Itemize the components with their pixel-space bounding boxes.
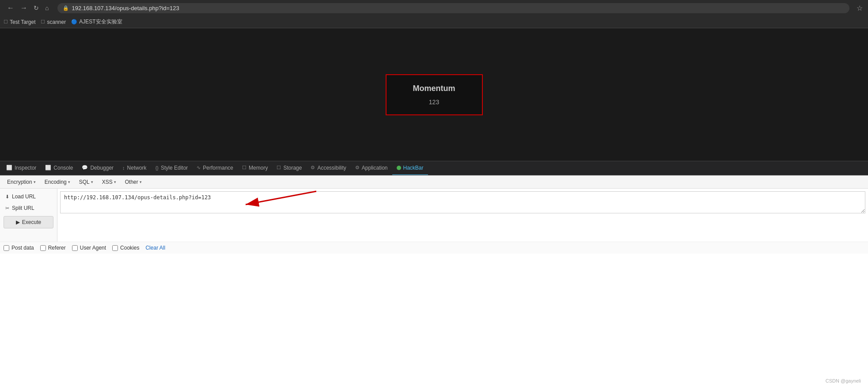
- other-menu-button[interactable]: Other ▾: [121, 178, 145, 186]
- tab-console[interactable]: ⬜ Console: [41, 161, 77, 175]
- load-url-button[interactable]: ⬇ Load URL: [2, 191, 55, 202]
- tab-network-label: Network: [127, 165, 147, 171]
- encryption-menu-label: Encryption: [7, 179, 32, 185]
- other-menu-label: Other: [125, 179, 138, 185]
- console-icon: ⬜: [45, 165, 51, 171]
- clear-all-link[interactable]: Clear All: [145, 245, 165, 251]
- network-icon: ↕: [122, 165, 125, 171]
- tab-hackbar[interactable]: HackBar: [392, 161, 428, 175]
- address-bar-container: 🔒: [57, 3, 849, 13]
- hackbar-toolbar: Encryption ▾ Encoding ▾ SQL ▾ XSS ▾ Othe…: [0, 176, 868, 189]
- tab-memory-label: Memory: [249, 165, 268, 171]
- tab-application-label: Application: [362, 165, 388, 171]
- tab-memory[interactable]: ☐ Memory: [238, 161, 272, 175]
- accessibility-icon: ⚙: [311, 165, 315, 171]
- hackbar-options: Post data Referer User Agent Cookies Cle…: [0, 242, 868, 254]
- split-url-icon: ✂: [5, 205, 9, 211]
- tab-hackbar-label: HackBar: [403, 165, 424, 171]
- referer-checkbox[interactable]: [40, 245, 46, 251]
- encryption-menu-button[interactable]: Encryption ▾: [4, 178, 39, 186]
- performance-icon: ∿: [197, 165, 201, 171]
- lock-icon: 🔒: [63, 5, 69, 11]
- referer-option[interactable]: Referer: [40, 245, 66, 251]
- tab-debugger[interactable]: 💬 Debugger: [77, 161, 118, 175]
- encoding-menu-button[interactable]: Encoding ▾: [41, 178, 74, 186]
- bookmark-label-test-target: Test Target: [10, 19, 35, 25]
- load-url-icon: ⬇: [5, 194, 9, 200]
- tab-console-label: Console: [53, 165, 73, 171]
- momentum-value: 123: [413, 99, 455, 106]
- split-url-button[interactable]: ✂ Split URL: [2, 203, 55, 213]
- execute-button[interactable]: ▶ Execute: [4, 216, 53, 228]
- hackbar-body: ⬇ Load URL ✂ Split URL ▶ Execute: [0, 189, 868, 242]
- split-url-label: Split URL: [12, 205, 34, 211]
- load-url-label: Load URL: [12, 194, 36, 200]
- momentum-title: Momentum: [413, 84, 455, 93]
- user-agent-checkbox[interactable]: [72, 245, 78, 251]
- tab-style-editor-label: Style Editor: [161, 165, 188, 171]
- nav-buttons: ← → ↻ ⌂: [5, 3, 50, 13]
- referer-label: Referer: [48, 245, 66, 251]
- reload-button[interactable]: ↻: [32, 4, 41, 12]
- bookmark-label-scanner: scanner: [47, 19, 66, 25]
- bookmark-label-ajest: AJEST安全实验室: [79, 18, 122, 26]
- tab-network[interactable]: ↕ Network: [118, 161, 151, 175]
- bookmark-star-button[interactable]: ☆: [857, 4, 863, 12]
- xss-menu-button[interactable]: XSS ▾: [99, 178, 120, 186]
- momentum-box: Momentum 123: [386, 74, 483, 115]
- other-chevron-icon: ▾: [140, 180, 142, 184]
- tab-accessibility-label: Accessibility: [317, 165, 346, 171]
- footer-text: CSDN @gayneli: [826, 378, 861, 383]
- page-content: Momentum 123: [0, 28, 868, 161]
- sql-menu-button[interactable]: SQL ▾: [76, 178, 97, 186]
- debugger-icon: 💬: [82, 165, 88, 171]
- hackbar-main: [57, 189, 868, 242]
- application-icon: ⚙: [355, 165, 360, 171]
- execute-label: Execute: [22, 219, 41, 225]
- bookmark-icon-scanner: ☐: [41, 19, 45, 25]
- xss-chevron-icon: ▾: [114, 180, 116, 184]
- tab-storage[interactable]: ☐ Storage: [272, 161, 306, 175]
- execute-icon: ▶: [16, 219, 20, 225]
- devtools-tabs: ⬜ Inspector ⬜ Console 💬 Debugger ↕ Netwo…: [0, 161, 868, 175]
- home-button[interactable]: ⌂: [43, 4, 50, 12]
- cookies-checkbox[interactable]: [112, 245, 118, 251]
- tab-inspector[interactable]: ⬜ Inspector: [2, 161, 41, 175]
- tab-storage-label: Storage: [283, 165, 302, 171]
- inspector-icon: ⬜: [6, 165, 12, 171]
- tab-application[interactable]: ⚙ Application: [351, 161, 392, 175]
- bookmark-icon-test-target: ☐: [4, 19, 8, 25]
- bookmark-icon-ajest: 🔵: [71, 19, 77, 25]
- forward-button[interactable]: →: [19, 3, 29, 13]
- cookies-label: Cookies: [120, 245, 139, 251]
- tab-performance[interactable]: ∿ Performance: [192, 161, 238, 175]
- post-data-option[interactable]: Post data: [4, 245, 34, 251]
- back-button[interactable]: ←: [5, 3, 16, 13]
- bookmark-scanner[interactable]: ☐ scanner: [41, 19, 66, 25]
- cookies-option[interactable]: Cookies: [112, 245, 139, 251]
- tab-inspector-label: Inspector: [15, 165, 36, 171]
- bookmarks-bar: ☐ Test Target ☐ scanner 🔵 AJEST安全实验室: [0, 16, 868, 28]
- user-agent-label: User Agent: [80, 245, 106, 251]
- xss-menu-label: XSS: [102, 179, 113, 185]
- bookmark-test-target[interactable]: ☐ Test Target: [4, 19, 35, 25]
- page-footer: CSDN @gayneli: [826, 378, 861, 383]
- browser-chrome: ← → ↻ ⌂ 🔒 ☆: [0, 0, 868, 16]
- memory-icon: ☐: [242, 165, 246, 171]
- post-data-label: Post data: [11, 245, 34, 251]
- hackbar-sidebar: ⬇ Load URL ✂ Split URL ▶ Execute: [0, 189, 57, 242]
- url-input[interactable]: [60, 191, 865, 213]
- encoding-menu-label: Encoding: [45, 179, 67, 185]
- address-bar[interactable]: [72, 5, 844, 11]
- tab-accessibility[interactable]: ⚙ Accessibility: [306, 161, 350, 175]
- user-agent-option[interactable]: User Agent: [72, 245, 106, 251]
- style-editor-icon: {}: [155, 165, 159, 171]
- post-data-checkbox[interactable]: [4, 245, 9, 251]
- hackbar-icon: [397, 166, 401, 170]
- tab-debugger-label: Debugger: [90, 165, 114, 171]
- tab-style-editor[interactable]: {} Style Editor: [151, 161, 193, 175]
- tab-performance-label: Performance: [203, 165, 233, 171]
- sql-chevron-icon: ▾: [91, 180, 93, 184]
- sql-menu-label: SQL: [79, 179, 90, 185]
- bookmark-ajest[interactable]: 🔵 AJEST安全实验室: [71, 18, 122, 26]
